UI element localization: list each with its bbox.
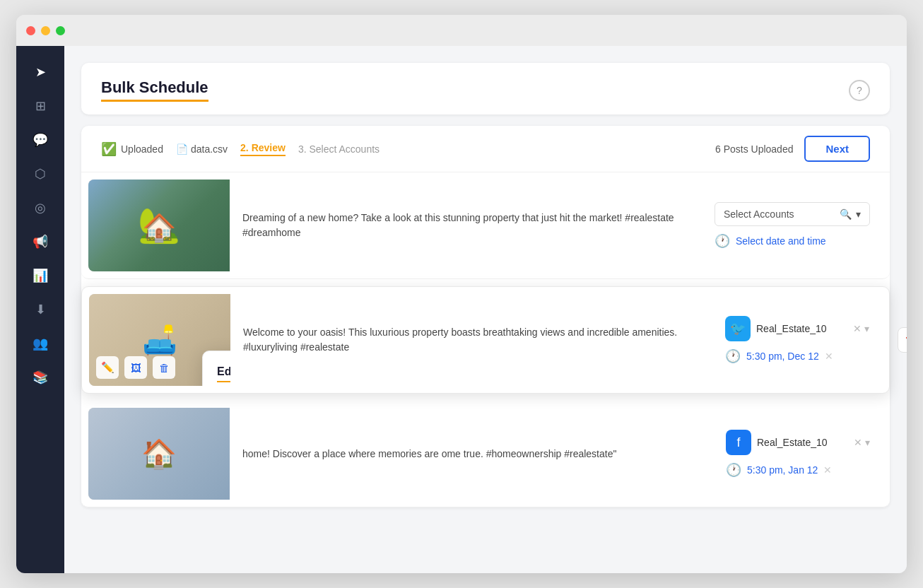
network-icon: ⬡: [35, 166, 46, 182]
post-image-1: [88, 180, 230, 271]
time-text-3: 5:30 pm, Jan 12: [747, 464, 818, 476]
titlebar: [16, 15, 907, 46]
help-button[interactable]: ?: [849, 80, 870, 101]
post-image-3: [88, 408, 230, 500]
posts-count: 6 Posts Uploaded: [715, 143, 794, 155]
sidebar-item-chat[interactable]: 💬: [25, 125, 55, 155]
calendar-time-icon-3: 🕐: [726, 462, 741, 478]
time-text-2: 5:30 pm, Dec 12: [746, 351, 819, 362]
time-row-3: 🕐 5:30 pm, Jan 12 ✕: [726, 462, 870, 478]
account-row-2: 🐦 Real_Estate_10 ✕ ▾: [725, 316, 869, 341]
download-icon: ⬇: [35, 302, 46, 317]
search-icon: 🔍: [840, 208, 852, 220]
post-row-highlighted: ✏️ 🖼 🗑 Edit Image URL Upload: [81, 286, 890, 394]
library-icon: 📚: [33, 370, 48, 385]
sidebar-item-chart[interactable]: 📊: [25, 261, 55, 290]
target-icon: ◎: [35, 200, 46, 216]
delete-image-button[interactable]: 🗑: [153, 356, 175, 379]
twitter-badge: 🐦: [725, 316, 751, 341]
maximize-button[interactable]: [56, 26, 65, 35]
sidebar-item-users[interactable]: 👥: [25, 329, 55, 358]
sidebar-item-network[interactable]: ⬡: [25, 159, 55, 189]
help-icon: ?: [857, 85, 862, 96]
account-name-3: Real_Estate_10: [757, 437, 848, 448]
step-select-accounts[interactable]: 3. Select Accounts: [298, 143, 380, 155]
calendar-time-icon-2: 🕐: [725, 348, 741, 364]
uploaded-label: Uploaded: [121, 143, 163, 155]
popup-title: Edit Image URL: [217, 365, 230, 382]
post-actions-1: Select Accounts 🔍 ▾ 🕐 Select date and ti…: [702, 191, 883, 260]
page-title: Bulk Schedule: [101, 78, 208, 102]
send-icon: ➤: [35, 64, 46, 80]
post-image-2: ✏️ 🖼 🗑 Edit Image URL Upload: [89, 294, 230, 386]
delete-post-2[interactable]: 🗑: [898, 327, 907, 353]
remove-account-button-2[interactable]: ✕: [853, 323, 862, 334]
post-text-2: Welcome to your oasis! This luxurious pr…: [230, 311, 712, 369]
remove-time-2[interactable]: ✕: [825, 351, 833, 362]
sidebar-item-dashboard[interactable]: ⊞: [25, 91, 55, 121]
third-image: [88, 408, 230, 500]
calendar-icon: 🕐: [715, 233, 730, 249]
post-row-3: home! Discover a place where memories ar…: [81, 401, 890, 507]
account-row-3: f Real_Estate_10 ✕ ▾: [726, 430, 870, 455]
post-text-1: Dreaming of a new home? Take a look at t…: [230, 196, 702, 254]
megaphone-icon: 📢: [33, 234, 48, 249]
dashboard-icon: ⊞: [35, 98, 46, 114]
minimize-button[interactable]: [41, 26, 50, 35]
chart-icon: 📊: [33, 268, 48, 283]
twitter-icon: 🐦: [730, 321, 746, 336]
post-row: Dreaming of a new home? Take a look at t…: [81, 172, 890, 279]
remove-account-button-3[interactable]: ✕: [854, 437, 862, 448]
sidebar-item-target[interactable]: ◎: [25, 193, 55, 223]
steps-left: ✅ Uploaded 📄 data.csv 2. Review 3. Selec…: [101, 141, 380, 157]
sidebar-item-send[interactable]: ➤: [25, 57, 55, 87]
sidebar-item-megaphone[interactable]: 📢: [25, 227, 55, 257]
edit-text-button[interactable]: ✏️: [96, 356, 119, 379]
house-image: [88, 180, 230, 271]
image-overlay-icons: ✏️ 🖼 🗑: [96, 356, 175, 379]
chat-icon: 💬: [33, 132, 48, 148]
sidebar: ➤ ⊞ 💬 ⬡ ◎ 📢 📊 ⬇ 👥: [16, 46, 64, 573]
trash-icon: 🗑: [905, 334, 907, 346]
steps-bar: ✅ Uploaded 📄 data.csv 2. Review 3. Selec…: [81, 126, 890, 172]
post-text-3: home! Discover a place where memories ar…: [230, 433, 713, 476]
account-actions-3: ✕ ▾: [854, 437, 870, 448]
step-review[interactable]: 2. Review: [240, 142, 286, 156]
chevron-down-icon: ▾: [856, 208, 861, 220]
check-icon: ✅: [101, 141, 117, 157]
close-button[interactable]: [26, 26, 35, 35]
replace-image-button[interactable]: 🖼: [124, 356, 147, 379]
facebook-badge: f: [726, 430, 751, 455]
sidebar-item-library[interactable]: 📚: [25, 363, 55, 392]
account-actions-2: ✕ ▾: [853, 323, 869, 334]
file-indicator: 📄 data.csv: [176, 143, 228, 155]
facebook-icon: f: [736, 435, 740, 450]
remove-time-3[interactable]: ✕: [823, 464, 832, 476]
file-name: data.csv: [191, 143, 228, 155]
next-button[interactable]: Next: [804, 136, 870, 162]
page-header-card: Bulk Schedule ?: [81, 63, 890, 114]
sidebar-item-download[interactable]: ⬇: [25, 295, 55, 324]
edit-image-popup: Edit Image URL Upload ☁ Upload image: [202, 351, 230, 386]
select-accounts-dropdown-1[interactable]: Select Accounts 🔍 ▾: [715, 202, 870, 226]
users-icon: 👥: [33, 336, 48, 351]
account-name-2: Real_Estate_10: [756, 323, 847, 334]
post-actions-3: f Real_Estate_10 ✕ ▾ 🕐 5:30 pm, Jan 12 ✕: [713, 418, 883, 489]
select-date-time-1[interactable]: 🕐 Select date and time: [715, 233, 870, 249]
bulk-schedule-card: ✅ Uploaded 📄 data.csv 2. Review 3. Selec…: [81, 126, 890, 507]
step-uploaded: ✅ Uploaded: [101, 141, 163, 157]
steps-right: 6 Posts Uploaded Next: [715, 136, 870, 162]
time-row-2: 🕐 5:30 pm, Dec 12 ✕: [725, 348, 869, 364]
account-chevron-2[interactable]: ▾: [864, 323, 869, 334]
account-chevron-3[interactable]: ▾: [865, 437, 870, 448]
post-actions-2: 🐦 Real_Estate_10 ✕ ▾ 🕐 5:30 pm, Dec 12: [712, 305, 882, 375]
file-icon: 📄: [176, 143, 188, 155]
main-content: Bulk Schedule ? ✅ Uploaded 📄: [64, 46, 907, 573]
